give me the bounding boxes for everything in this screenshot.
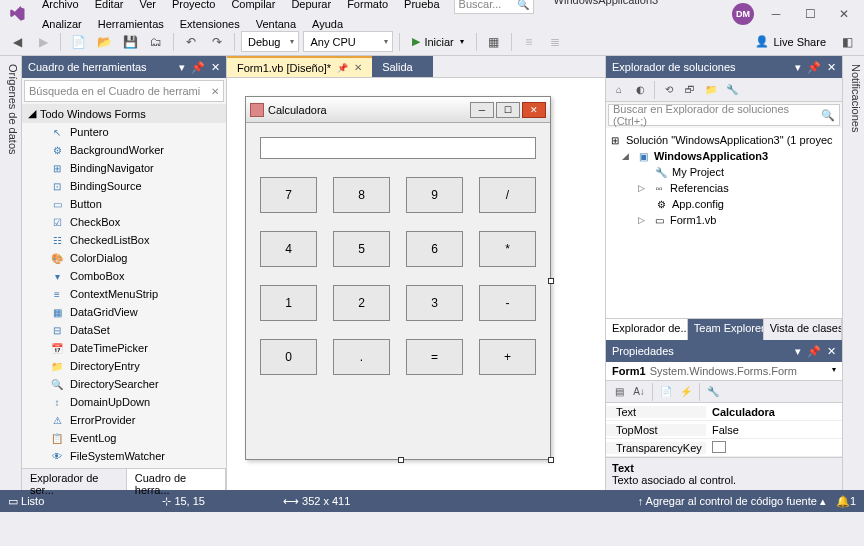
toolbox-item[interactable]: ▦DataGridView — [22, 303, 226, 321]
alphabetical-icon[interactable]: A↓ — [630, 383, 648, 401]
form-designer-tab[interactable]: Form1.vb [Diseño]*📌✕ — [227, 56, 372, 77]
appconfig-node[interactable]: ⚙App.config — [608, 196, 840, 212]
toolbox-group[interactable]: ◢Todo Windows Forms — [22, 104, 226, 123]
toolbox-item[interactable]: ≡ContextMenuStrip — [22, 285, 226, 303]
toolbox-item[interactable]: ☷CheckedListBox — [22, 231, 226, 249]
property-pages-icon[interactable]: 🔧 — [704, 383, 722, 401]
expander-icon[interactable]: ◢ — [622, 151, 632, 161]
close-icon[interactable]: ✕ — [354, 62, 362, 73]
toolbox-item[interactable]: ⚠ErrorProvider — [22, 411, 226, 429]
layout-icon-2[interactable]: ≣ — [544, 31, 566, 53]
calc-button[interactable]: 0 — [260, 339, 317, 375]
config-combo[interactable]: Debug — [241, 31, 299, 52]
calc-button[interactable]: 7 — [260, 177, 317, 213]
toolbox-item[interactable]: 🎨ColorDialog — [22, 249, 226, 267]
datasources-tab[interactable]: Orígenes de datos — [0, 56, 22, 490]
toolbox-item[interactable]: ⊟DataSet — [22, 321, 226, 339]
toolbox-item[interactable]: ⊞BindingNavigator — [22, 159, 226, 177]
calc-button[interactable]: . — [333, 339, 390, 375]
close-icon[interactable]: ✕ — [827, 345, 836, 358]
toolbox-item[interactable]: ⊡BindingSource — [22, 177, 226, 195]
options-icon[interactable]: ▾ — [795, 61, 801, 74]
my-project-node[interactable]: 🔧My Project — [608, 164, 840, 180]
properties-icon[interactable]: 🔧 — [723, 81, 741, 99]
toolbox-item[interactable]: ↕DomainUpDown — [22, 393, 226, 411]
menu-prueba[interactable]: Prueba — [396, 0, 447, 14]
calc-button[interactable]: = — [406, 339, 463, 375]
property-row[interactable]: TransparencyKey — [606, 439, 842, 457]
back-button[interactable]: ◀ — [6, 31, 28, 53]
quick-launch-search[interactable]: Buscar...🔍 — [454, 0, 534, 14]
new-project-button[interactable]: 📄 — [67, 31, 89, 53]
properties-object-selector[interactable]: Form1System.Windows.Forms.Form▾ — [606, 362, 842, 381]
toolbox-item[interactable]: 🔍DirectorySearcher — [22, 375, 226, 393]
sync-icon[interactable]: ⟲ — [660, 81, 678, 99]
class-view-tab[interactable]: Vista de clases — [764, 319, 842, 340]
feedback-button[interactable]: ◧ — [836, 31, 858, 53]
output-tab[interactable]: Salida — [372, 56, 433, 77]
calc-button[interactable]: * — [479, 231, 536, 267]
user-avatar[interactable]: DM — [732, 3, 754, 25]
form1-node[interactable]: ▷▭Form1.vb — [608, 212, 840, 228]
undo-button[interactable]: ↶ — [180, 31, 202, 53]
close-icon[interactable]: ✕ — [827, 61, 836, 74]
calc-button[interactable]: 5 — [333, 231, 390, 267]
events-icon[interactable]: ⚡ — [677, 383, 695, 401]
show-all-icon[interactable]: 📁 — [702, 81, 720, 99]
open-button[interactable]: 📂 — [93, 31, 115, 53]
pin-icon[interactable]: 📌 — [807, 61, 821, 74]
property-row[interactable]: TextCalculadora — [606, 403, 842, 421]
form-window[interactable]: Calculadora ─ ☐ ✕ 789/456*123-0.=+ — [245, 96, 551, 460]
platform-combo[interactable]: Any CPU — [303, 31, 393, 52]
menu-depurar[interactable]: Depurar — [283, 0, 339, 14]
calc-button[interactable]: 2 — [333, 285, 390, 321]
live-share-button[interactable]: 👤Live Share — [749, 35, 832, 48]
toolbox-search[interactable]: Búsqueda en el Cuadro de herrami✕ — [24, 80, 224, 102]
menu-proyecto[interactable]: Proyecto — [164, 0, 223, 14]
forward-button[interactable]: ▶ — [32, 31, 54, 53]
align-icon[interactable]: ▦ — [483, 31, 505, 53]
layout-icon[interactable]: ≡ — [518, 31, 540, 53]
calc-button[interactable]: 9 — [406, 177, 463, 213]
menu-formato[interactable]: Formato — [339, 0, 396, 14]
toolbox-item[interactable]: 📅DateTimePicker — [22, 339, 226, 357]
calc-button[interactable]: - — [479, 285, 536, 321]
toolbox-item[interactable]: 📁DirectoryEntry — [22, 357, 226, 375]
solution-root[interactable]: ⊞Solución "WindowsApplication3" (1 proye… — [608, 132, 840, 148]
project-node[interactable]: ◢▣WindowsApplication3 — [608, 148, 840, 164]
redo-button[interactable]: ↷ — [206, 31, 228, 53]
source-control-button[interactable]: ↑ Agregar al control de código fuente ▴ — [638, 495, 826, 508]
toolbox-item[interactable]: ▾ComboBox — [22, 267, 226, 285]
close-icon[interactable]: ✕ — [211, 61, 220, 74]
notifications-tab[interactable]: Notificaciones — [842, 56, 864, 490]
form-designer[interactable]: Calculadora ─ ☐ ✕ 789/456*123-0.=+ — [227, 78, 605, 490]
expander-icon[interactable]: ▷ — [638, 215, 648, 225]
toggle-icon[interactable]: ◐ — [631, 81, 649, 99]
calc-button[interactable]: 6 — [406, 231, 463, 267]
calc-button[interactable]: 8 — [333, 177, 390, 213]
pin-icon[interactable]: 📌 — [191, 61, 205, 74]
server-explorer-tab[interactable]: Explorador de ser... — [22, 469, 127, 490]
references-node[interactable]: ▷▫▫Referencias — [608, 180, 840, 196]
team-explorer-tab[interactable]: Team Explorer — [688, 319, 764, 340]
pin-icon[interactable]: ▾ — [179, 61, 185, 74]
menu-compilar[interactable]: Compilar — [223, 0, 283, 14]
options-icon[interactable]: ▾ — [795, 345, 801, 358]
menu-archivo[interactable]: Archivo — [34, 0, 87, 14]
save-button[interactable]: 💾 — [119, 31, 141, 53]
toolbox-item[interactable]: 📋EventLog — [22, 429, 226, 447]
maximize-button[interactable]: ☐ — [798, 4, 822, 24]
solution-search[interactable]: Buscar en Explorador de soluciones (Ctrl… — [608, 104, 840, 126]
notifications-button[interactable]: 🔔1 — [836, 495, 856, 508]
toolbox-item[interactable]: ↖Puntero — [22, 123, 226, 141]
close-button[interactable]: ✕ — [832, 4, 856, 24]
expander-icon[interactable]: ▷ — [638, 183, 648, 193]
home-icon[interactable]: ⌂ — [610, 81, 628, 99]
menu-ver[interactable]: Ver — [131, 0, 164, 14]
calc-display[interactable] — [260, 137, 536, 159]
properties-icon[interactable]: 📄 — [657, 383, 675, 401]
calc-button[interactable]: / — [479, 177, 536, 213]
menu-editar[interactable]: Editar — [87, 0, 132, 14]
toolbox-item[interactable]: ▭Button — [22, 195, 226, 213]
toolbox-item[interactable]: 👁FileSystemWatcher — [22, 447, 226, 465]
